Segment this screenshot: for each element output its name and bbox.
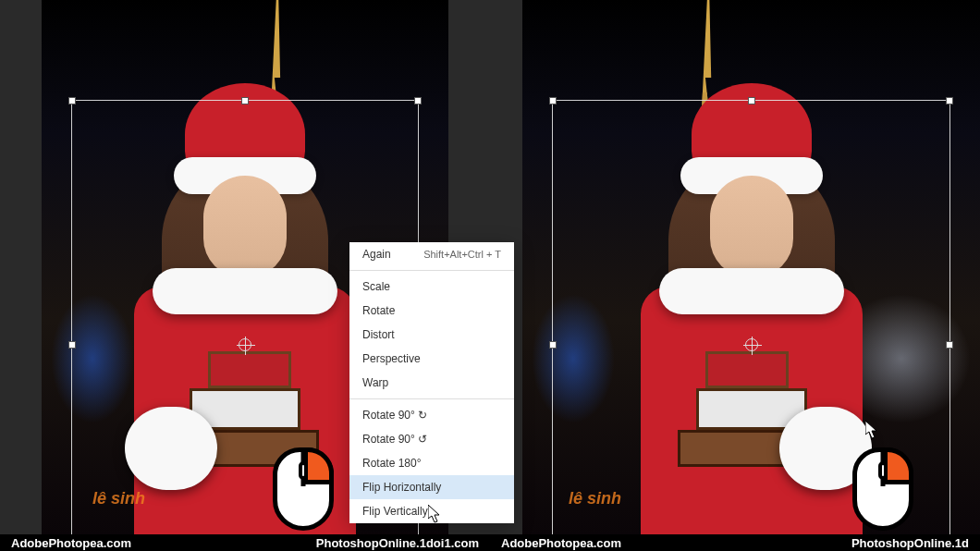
menu-item-label: Rotate 180°: [362, 457, 422, 470]
transform-context-menu[interactable]: Again Shift+Alt+Ctrl + T Scale Rotate Di…: [349, 242, 514, 523]
cursor-pointer-icon: [865, 421, 878, 439]
menu-item-distort[interactable]: Distort: [349, 323, 514, 347]
footer-left-text: AdobePhotopea.com: [501, 536, 621, 550]
menu-item-label: Flip Vertically: [362, 505, 428, 518]
menu-item-label: Rotate: [362, 304, 395, 317]
menu-item-flip-horizontal[interactable]: Flip Horizontally: [349, 475, 514, 499]
watermark-logo: lê sinh: [92, 489, 145, 508]
menu-separator: [349, 398, 514, 399]
menu-item-perspective[interactable]: Perspective: [349, 347, 514, 371]
menu-item-again[interactable]: Again Shift+Alt+Ctrl + T: [349, 242, 514, 266]
menu-item-scale[interactable]: Scale: [349, 275, 514, 299]
menu-item-rotate[interactable]: Rotate: [349, 299, 514, 323]
menu-item-rotate-180[interactable]: Rotate 180°: [349, 451, 514, 475]
menu-separator: [349, 270, 514, 271]
footer-bar-right: AdobePhotopea.com PhotoshopOnline.1d: [490, 534, 980, 551]
cursor-pointer-icon: [428, 505, 441, 523]
background-tree-blue: [532, 294, 615, 423]
menu-item-label: Again: [362, 248, 391, 261]
transform-handle-top-right[interactable]: [414, 97, 422, 104]
menu-item-shortcut: Shift+Alt+Ctrl + T: [423, 249, 501, 260]
subject-layer[interactable]: [116, 83, 374, 534]
footer-right-text: PhotoshopOnline.1doi1.com: [316, 536, 479, 550]
menu-item-rotate-90-cw[interactable]: Rotate 90° ↻: [349, 403, 514, 427]
menu-item-label: Flip Horizontally: [362, 481, 441, 494]
menu-item-warp[interactable]: Warp: [349, 371, 514, 395]
transform-handle-top-left[interactable]: [68, 97, 76, 104]
transform-handle-top-right[interactable]: [946, 97, 953, 104]
menu-item-label: Distort: [362, 328, 395, 341]
menu-item-label: Rotate 90° ↺: [362, 433, 427, 446]
mouse-rightclick-icon: [273, 447, 334, 531]
watermark-logo: lê sinh: [569, 489, 621, 508]
footer-left-text: AdobePhotopea.com: [11, 536, 131, 550]
menu-item-label: Scale: [362, 280, 390, 293]
menu-item-label: Warp: [362, 376, 388, 389]
footer-right-text: PhotoshopOnline.1d: [851, 536, 969, 550]
subject-layer-flipped[interactable]: [622, 83, 881, 534]
mouse-rightclick-icon: [852, 447, 913, 531]
footer-bar-left: AdobePhotopea.com PhotoshopOnline.1doi1.…: [0, 534, 490, 551]
menu-item-label: Rotate 90° ↻: [362, 409, 427, 422]
menu-item-rotate-90-ccw[interactable]: Rotate 90° ↺: [349, 427, 514, 451]
menu-item-label: Perspective: [362, 352, 421, 365]
transform-handle-top-left[interactable]: [549, 97, 557, 104]
